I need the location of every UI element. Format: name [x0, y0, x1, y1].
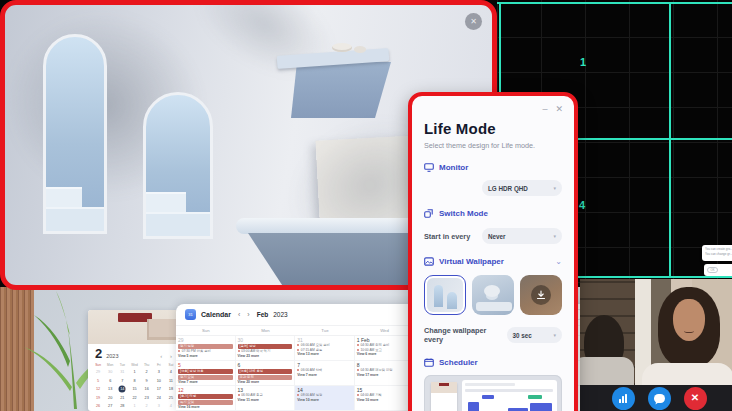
mini-calendar-date[interactable]: 27: [104, 402, 116, 411]
view-more-link[interactable]: View 7 more: [178, 380, 233, 385]
mini-calendar-date[interactable]: 8: [128, 377, 140, 386]
event-bar[interactable]: [휴가] 여행: [178, 394, 233, 399]
mini-calendar-date[interactable]: 20: [104, 394, 116, 403]
mini-calendar-date[interactable]: 12: [92, 385, 104, 394]
thumb-desk: [476, 302, 512, 311]
calendar-day-cell[interactable]: 6[연휴] 대체 휴일주간 회의View 20 more: [236, 361, 296, 385]
mini-calendar-date[interactable]: 10: [153, 377, 165, 386]
mini-calendar-date[interactable]: 23: [141, 394, 153, 403]
mini-calendar-date[interactable]: 3: [153, 368, 165, 377]
mini-calendar-date[interactable]: 5: [92, 377, 104, 386]
view-more-link[interactable]: View 13 more: [297, 352, 352, 357]
thumb-preview: [427, 278, 463, 312]
view-more-link[interactable]: View 16 more: [178, 405, 233, 410]
view-more-link[interactable]: View 5 more: [178, 354, 233, 359]
mini-calendar-date[interactable]: 17: [153, 385, 165, 394]
participant-2-smile: [684, 329, 694, 333]
scheduler-preview-thumbnail[interactable]: [424, 375, 562, 411]
mini-calendar-date[interactable]: 30: [104, 368, 116, 377]
switch-interval-dropdown[interactable]: Never▾: [482, 228, 562, 244]
calendar-day-cell[interactable]: 30[음력] 설날03:00 AM 떡국 먹기View 23 more: [236, 336, 296, 360]
mini-calendar-date[interactable]: 7: [116, 377, 128, 386]
event-bar[interactable]: [연휴] 설날 연휴: [178, 369, 233, 374]
grid-number-label: 1: [580, 56, 586, 68]
stats-button[interactable]: [612, 387, 635, 410]
monitor-dropdown[interactable]: LG HDR QHD▾: [482, 180, 562, 196]
calendar-title: Calendar: [201, 311, 231, 318]
mini-calendar-nav-arrows[interactable]: ‹ ›: [160, 353, 175, 359]
day-header: Wed: [355, 326, 415, 335]
calendar-day-cell[interactable]: 1306:30 AM 출근View 11 more: [236, 386, 296, 410]
mini-calendar-date[interactable]: 2: [141, 402, 153, 411]
mini-calendar-date[interactable]: 28: [116, 402, 128, 411]
collapse-chevron-icon[interactable]: ⌄: [555, 259, 562, 265]
mini-calendar-date[interactable]: 3: [153, 402, 165, 411]
calendar-day-cell[interactable]: 3106:00 AM 모임 준비07:15 AM 운동View 13 more: [295, 336, 355, 360]
mini-calendar-date[interactable]: 22: [128, 394, 140, 403]
mini-calendar-date[interactable]: 14: [116, 385, 128, 394]
day-header: Mon: [236, 326, 296, 335]
mini-calendar-date[interactable]: 31: [116, 368, 128, 377]
view-more-link[interactable]: View 6 more: [357, 352, 412, 357]
view-more-link[interactable]: View 20 more: [238, 380, 293, 385]
view-more-link[interactable]: View 11 more: [238, 398, 293, 403]
calendar-day-cell[interactable]: 1408:00 AM 일정View 10 more: [295, 386, 355, 410]
view-more-link[interactable]: View 10 more: [357, 398, 412, 403]
mini-calendar-date[interactable]: 26: [92, 402, 104, 411]
arch-niche-small: [143, 92, 213, 239]
calendar-day-cell[interactable]: 29정기 일정07:30 PM 아침 준비View 5 more: [176, 336, 236, 360]
grid-line-vertical: [669, 2, 671, 278]
mini-calendar-date[interactable]: 6: [104, 377, 116, 386]
view-more-link[interactable]: View 10 more: [297, 398, 352, 403]
participant-2-face: [673, 299, 705, 341]
event-bar[interactable]: [연휴] 대체 휴일: [238, 369, 293, 374]
chat-button[interactable]: [648, 387, 671, 410]
mini-calendar-year: 2023: [106, 353, 118, 359]
close-icon[interactable]: ✕: [555, 105, 563, 114]
day-header: Sun: [176, 326, 236, 335]
mini-calendar-date[interactable]: 2: [141, 368, 153, 377]
minimize-icon[interactable]: –: [542, 105, 547, 114]
calendar-day-cell[interactable]: 804:30 AM 재무팀 미팅View 17 more: [355, 361, 415, 385]
wallpaper-thumb-download[interactable]: [520, 275, 562, 315]
close-icon[interactable]: ✕: [465, 13, 482, 30]
shelf-object-2: [354, 46, 366, 53]
calendar-prev-icon[interactable]: ‹: [238, 311, 240, 318]
calendar-day-cell[interactable]: 706:00 AM 산책View 7 more: [295, 361, 355, 385]
panel-subtitle: Select theme design for Life mode.: [424, 141, 562, 150]
mini-calendar-date[interactable]: 24: [153, 394, 165, 403]
mini-calendar-date[interactable]: 16: [141, 385, 153, 394]
mini-calendar-date[interactable]: 1: [128, 368, 140, 377]
view-more-link[interactable]: View 23 more: [238, 354, 293, 359]
calendar-day-cell[interactable]: 1 Feb04:30 AM 회의 준비10:00 AM 보고View 6 mor…: [355, 336, 415, 360]
mini-calendar-date[interactable]: 13: [104, 385, 116, 394]
calendar-next-icon[interactable]: ›: [247, 311, 249, 318]
calendar-day-cell[interactable]: 5[연휴] 설날 연휴정기 모임View 7 more: [176, 361, 236, 385]
mini-calendar-month: 2: [95, 346, 102, 361]
mini-day-header: Fri: [153, 361, 165, 368]
tooltip-line: You can create gro…: [705, 247, 732, 252]
monitor-section-label: Monitor: [439, 163, 468, 172]
mini-calendar-date[interactable]: 29: [92, 368, 104, 377]
mini-calendar-date[interactable]: 15: [128, 385, 140, 394]
wallpaper-interval-dropdown[interactable]: 30 sec▾: [507, 327, 562, 343]
mini-calendar-date[interactable]: 1: [128, 402, 140, 411]
mini-calendar-date[interactable]: 9: [141, 377, 153, 386]
mini-calendar-date[interactable]: 21: [116, 394, 128, 403]
scheduler-section-label: Scheduler: [439, 358, 478, 367]
notification-tooltip: You can create gro… You can change gr…: [702, 245, 732, 261]
calendar-day-cell[interactable]: 1504:00 AM 기획View 10 more: [355, 386, 415, 410]
tooltip-ok-button[interactable]: OK: [707, 267, 718, 273]
calendar-day-cell[interactable]: 12[휴가] 여행독서 모임View 16 more: [176, 386, 236, 410]
view-more-link[interactable]: View 7 more: [297, 373, 352, 378]
wallpaper-thumb-desk[interactable]: [472, 275, 514, 315]
view-more-link[interactable]: View 17 more: [357, 373, 412, 378]
wallpaper-thumb-arches[interactable]: [424, 275, 466, 315]
mini-calendar-row: 12131415161718: [88, 385, 181, 394]
start-in-every-label: Start in every: [424, 232, 470, 241]
end-call-button[interactable]: ✕: [684, 387, 707, 410]
mini-day-header: Tue: [116, 361, 128, 368]
thumb-arch: [447, 292, 457, 309]
mini-calendar-date[interactable]: 19: [92, 394, 104, 403]
calendar-app-icon: 31: [185, 309, 196, 320]
